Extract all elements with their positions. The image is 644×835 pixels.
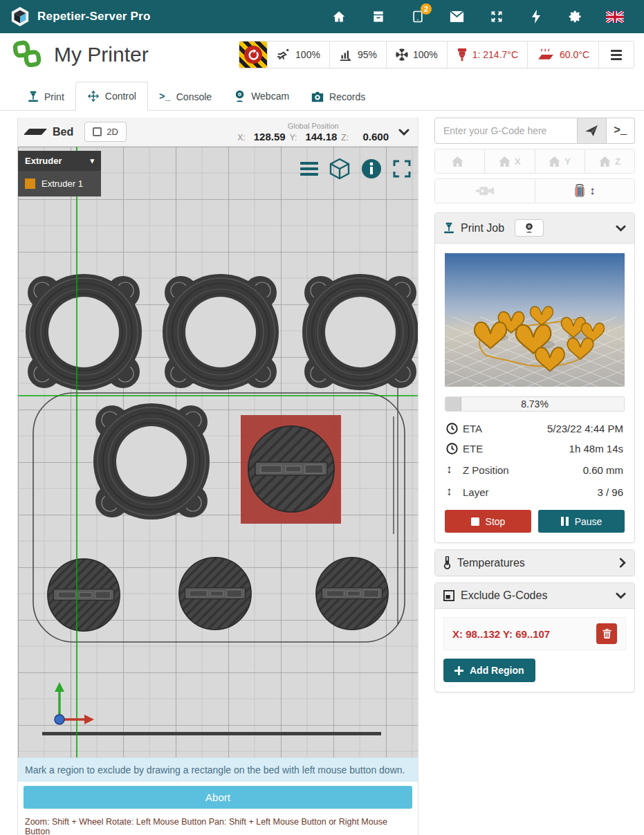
pause-button[interactable]: Pause	[538, 510, 625, 533]
tablet-icon[interactable]: 2	[398, 10, 437, 24]
tab-bar: Print Control >_ Console Webcam Records	[0, 76, 644, 111]
tab-label: Records	[329, 91, 365, 102]
flow-icon	[339, 48, 353, 61]
clock-icon	[446, 423, 463, 434]
extruder-color-swatch	[25, 178, 35, 189]
utility-buttons: ↕	[434, 178, 635, 203]
extruder-item-label: Extruder 1	[42, 178, 83, 189]
z-position-row: ↕ Z Position 0.60 mm	[435, 459, 634, 481]
delete-region-button[interactable]	[596, 623, 617, 644]
webcam-icon	[234, 90, 246, 102]
layers-menu-icon[interactable]	[300, 162, 318, 176]
bed-toolbar: Bed 2D Global Position X: 128.59 Y: 144.…	[18, 118, 418, 147]
exclude-instruction: Mark a region to exclude by drawing a re…	[18, 758, 418, 782]
checkbox-icon	[93, 127, 102, 136]
print-icon	[28, 91, 39, 102]
emergency-stop-button[interactable]	[239, 42, 267, 68]
stop-button[interactable]: Stop	[445, 510, 531, 533]
printer-menu-icon[interactable]	[608, 50, 625, 60]
up-down-arrow-icon: ↕	[446, 463, 463, 477]
thermometer-icon	[443, 556, 451, 569]
bed-view-card: Bed 2D Global Position X: 128.59 Y: 144.…	[17, 118, 418, 835]
x-label: X:	[237, 133, 245, 143]
print-job-panel: Print Job	[434, 212, 635, 543]
camera-icon	[311, 91, 324, 102]
abort-button[interactable]: Abort	[24, 786, 412, 809]
tab-control[interactable]: Control	[75, 82, 148, 111]
home-icon[interactable]	[319, 10, 358, 24]
exclude-gcodes-header[interactable]: Exclude G-Codes	[435, 583, 634, 609]
extruder-item[interactable]: Extruder 1	[18, 171, 101, 196]
flow-value: 95%	[358, 49, 377, 60]
home-x-button[interactable]: X	[484, 149, 534, 173]
stop-icon	[471, 517, 479, 526]
status-bar: 100% 95% 100% 1: 214.7°C	[239, 41, 634, 68]
move-icon	[87, 90, 100, 102]
flow-status[interactable]: 95%	[329, 42, 386, 68]
preview-webcam-toggle[interactable]	[515, 219, 544, 237]
chevron-down-icon	[616, 592, 626, 599]
bed-label: Bed	[53, 126, 73, 138]
y-label: Y:	[290, 133, 297, 143]
layer-row: ↕ Layer 3 / 96	[435, 481, 634, 503]
speed-value: 100%	[295, 49, 320, 60]
bed-temp-status[interactable]: 60.0°C	[527, 42, 598, 68]
uk-flag-icon[interactable]	[595, 11, 634, 23]
open-console-button[interactable]: >_	[607, 118, 636, 144]
speed-status[interactable]: 100%	[267, 42, 329, 68]
home-z-button[interactable]: Z	[585, 149, 634, 173]
filament-move-button[interactable]: ↕	[535, 179, 635, 203]
emergency-stop-icon	[244, 46, 262, 64]
chevron-down-icon	[616, 225, 626, 232]
printer-header: My Printer 100% 95%	[0, 33, 644, 76]
tab-print[interactable]: Print	[17, 83, 75, 110]
pause-icon	[561, 517, 569, 526]
cube-3d-icon[interactable]	[329, 158, 350, 180]
send-gcode-button[interactable]	[578, 118, 607, 144]
print-icon	[443, 222, 454, 234]
gear-icon[interactable]	[555, 10, 595, 24]
home-icon	[549, 156, 560, 167]
extruder-dropdown[interactable]: Extruder ▾ Extruder 1	[18, 151, 101, 196]
gcode-input[interactable]	[434, 118, 578, 144]
fan-status[interactable]: 100%	[386, 42, 447, 68]
bolt-icon[interactable]	[516, 10, 555, 24]
stat-value: 3 / 96	[597, 486, 623, 498]
server-box-icon[interactable]	[358, 10, 398, 24]
stat-value: 1h 48m 14s	[569, 443, 623, 455]
caret-down-icon: ▾	[90, 156, 94, 165]
collapse-bed-chevron-icon[interactable]	[398, 129, 410, 136]
tab-records[interactable]: Records	[300, 84, 376, 110]
eta-row: ETA 5/23/22 4:44 PM	[435, 419, 634, 439]
mail-icon[interactable]	[437, 11, 477, 22]
bed-render	[18, 147, 418, 758]
up-down-arrow-icon: ↕	[446, 485, 463, 499]
toggle-2d-button[interactable]: 2D	[84, 122, 127, 142]
info-icon[interactable]	[361, 158, 382, 179]
trash-icon	[602, 629, 611, 639]
home-icon	[499, 156, 510, 167]
temperatures-title: Temperatures	[457, 557, 525, 569]
tab-label: Print	[44, 91, 64, 102]
home-y-button[interactable]: Y	[535, 149, 585, 173]
expand-icon[interactable]	[477, 10, 516, 24]
fullscreen-icon[interactable]	[393, 160, 411, 178]
temperatures-header[interactable]: Temperatures	[435, 550, 634, 576]
z-value: 0.600	[353, 131, 389, 143]
stat-label: Z Position	[463, 464, 509, 476]
tab-console[interactable]: >_ Console	[148, 84, 223, 110]
motors-off-button[interactable]	[435, 179, 535, 203]
region-icon	[443, 590, 454, 601]
tab-webcam[interactable]: Webcam	[223, 82, 300, 110]
bed-canvas[interactable]: Extruder ▾ Extruder 1	[18, 147, 418, 758]
extruder-temp-status[interactable]: 1: 214.7°C	[447, 42, 527, 68]
home-all-button[interactable]	[435, 149, 484, 173]
exclude-gcodes-title: Exclude G-Codes	[461, 589, 547, 602]
print-job-header[interactable]: Print Job	[435, 213, 634, 244]
webcam-icon	[524, 223, 534, 233]
z-label: Z:	[341, 133, 349, 143]
app-logo-icon	[10, 6, 30, 27]
chevron-right-icon	[619, 558, 626, 568]
bed-temp-value: 60.0°C	[560, 49, 589, 60]
add-region-button[interactable]: Add Region	[443, 659, 535, 682]
